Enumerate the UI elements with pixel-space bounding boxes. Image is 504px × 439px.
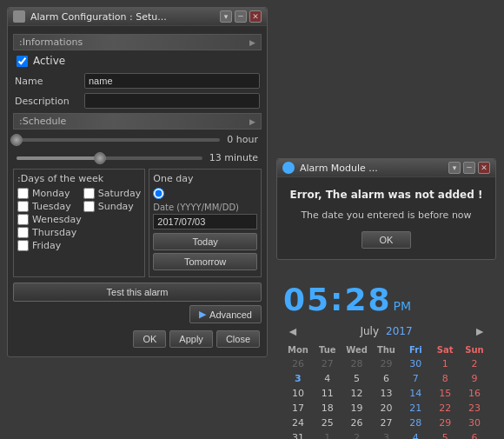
alarm-config-close-btn[interactable]: ✕: [249, 10, 262, 23]
cal-day[interactable]: 20: [372, 401, 401, 416]
sunday-label: Sunday: [98, 201, 134, 212]
cal-day[interactable]: 29: [430, 416, 460, 430]
days-of-week-section: :Days of the week Monday Tuesday: [13, 169, 145, 277]
cal-header-tue: Tue: [313, 343, 342, 356]
cal-day[interactable]: 17: [283, 401, 313, 416]
oneday-radio[interactable]: [153, 188, 164, 199]
calendar-nav: ◄ July 2017 ►: [283, 324, 489, 338]
cal-day[interactable]: 14: [401, 386, 430, 401]
friday-checkbox[interactable]: [17, 240, 29, 251]
alarm-module-close-btn[interactable]: ✕: [478, 162, 490, 174]
cal-day[interactable]: 19: [342, 401, 372, 416]
advanced-arrow-icon: ▶: [199, 309, 206, 320]
cal-day[interactable]: 3: [372, 430, 401, 439]
cal-day[interactable]: 31: [283, 430, 313, 439]
informations-label: :Informations: [19, 37, 83, 48]
monday-label: Monday: [32, 188, 70, 199]
clock-time: 05:28: [283, 282, 392, 317]
cal-day[interactable]: 4: [313, 371, 342, 386]
cal-header-sat: Sat: [430, 343, 460, 356]
cal-day[interactable]: 16: [460, 386, 489, 401]
alarm-config-menu-btn[interactable]: ▾: [220, 10, 232, 23]
cal-prev-btn[interactable]: ◄: [283, 324, 302, 338]
days-columns: Monday Tuesday Wenesday Thursday: [17, 188, 141, 253]
close-button[interactable]: Close: [216, 330, 260, 348]
name-input[interactable]: [84, 73, 260, 89]
friday-label: Friday: [32, 240, 61, 251]
alarm-module-min-btn[interactable]: ─: [463, 162, 475, 174]
cal-day[interactable]: 30: [401, 356, 430, 371]
apply-button[interactable]: Apply: [169, 330, 213, 348]
alarm-config-body: :Informations ▶ Active Name Description …: [8, 26, 267, 356]
cal-day[interactable]: 30: [460, 416, 489, 430]
alarm-module-controls: ▾ ─ ✕: [448, 162, 490, 174]
cal-day[interactable]: 2: [342, 430, 372, 439]
cal-day[interactable]: 23: [460, 401, 489, 416]
today-button[interactable]: Today: [153, 233, 257, 250]
cal-day[interactable]: 29: [372, 356, 401, 371]
cal-day[interactable]: 11: [313, 386, 342, 401]
advanced-button[interactable]: ▶ Advanced: [189, 305, 262, 323]
cal-day[interactable]: 15: [430, 386, 460, 401]
hour-slider-row: 0 hour: [13, 132, 262, 147]
cal-next-btn[interactable]: ►: [470, 324, 489, 338]
tuesday-checkbox[interactable]: [17, 201, 29, 212]
day-row-sunday: Sunday: [83, 201, 142, 212]
cal-header-wed: Wed: [342, 343, 372, 356]
cal-day[interactable]: 13: [372, 386, 401, 401]
test-alarm-button[interactable]: Test this alarm: [13, 283, 262, 302]
cal-day[interactable]: 10: [283, 386, 313, 401]
active-checkbox[interactable]: [17, 56, 28, 67]
cal-day[interactable]: 27: [313, 356, 342, 371]
cal-day[interactable]: 26: [342, 416, 372, 430]
cal-day[interactable]: 22: [430, 401, 460, 416]
alarm-config-controls: ▾ ─ ✕: [220, 10, 262, 23]
cal-day[interactable]: 5: [430, 430, 460, 439]
alarm-module-menu-btn[interactable]: ▾: [448, 162, 461, 174]
ok-button[interactable]: OK: [133, 330, 166, 348]
cal-day[interactable]: 28: [401, 416, 430, 430]
calendar-container: ◄ July 2017 ► Mon Tue Wed Thu Fri Sat Su…: [276, 321, 496, 439]
active-row: Active: [13, 53, 262, 69]
cal-day[interactable]: 27: [372, 416, 401, 430]
cal-day[interactable]: 9: [460, 371, 489, 386]
alarm-config-min-btn[interactable]: ─: [235, 10, 247, 23]
cal-day[interactable]: 6: [460, 430, 489, 439]
cal-day[interactable]: 4: [401, 430, 430, 439]
cal-day[interactable]: 5: [342, 371, 372, 386]
date-input[interactable]: [153, 214, 257, 229]
monday-checkbox[interactable]: [17, 188, 29, 199]
calendar-grid: Mon Tue Wed Thu Fri Sat Sun 26 27 28 29 …: [283, 343, 489, 439]
description-input[interactable]: [84, 93, 260, 109]
cal-day[interactable]: 21: [401, 401, 430, 416]
cal-day[interactable]: 24: [283, 416, 313, 430]
oneday-section: One day Date (YYYY/MM/DD) Today Tomorrow: [149, 169, 262, 277]
tomorrow-button[interactable]: Tomorrow: [153, 253, 257, 270]
saturday-checkbox[interactable]: [83, 188, 95, 199]
alarm-module-window: Alarm Module ... ▾ ─ ✕ Error, The alarm …: [276, 158, 496, 260]
cal-day[interactable]: 12: [342, 386, 372, 401]
minute-slider-thumb[interactable]: [94, 152, 106, 164]
cal-day[interactable]: 18: [313, 401, 342, 416]
cal-day[interactable]: 7: [401, 371, 430, 386]
oneday-radio-row: [153, 188, 257, 199]
error-title: Error, The alarm was not added !: [286, 188, 487, 203]
cal-day[interactable]: 6: [372, 371, 401, 386]
cal-day[interactable]: 1: [430, 356, 460, 371]
minute-slider-fill: [17, 156, 100, 160]
cal-day-today[interactable]: 3: [283, 371, 313, 386]
error-ok-button[interactable]: OK: [361, 231, 412, 249]
cal-day[interactable]: 2: [460, 356, 489, 371]
thursday-checkbox[interactable]: [17, 227, 29, 238]
cal-day[interactable]: 28: [342, 356, 372, 371]
cal-day[interactable]: 26: [283, 356, 313, 371]
bottom-buttons: OK Apply Close: [13, 327, 262, 351]
cal-day[interactable]: 8: [430, 371, 460, 386]
date-placeholder-label: Date (YYYY/MM/DD): [153, 203, 257, 212]
sunday-checkbox[interactable]: [83, 201, 95, 212]
cal-day[interactable]: 1: [313, 430, 342, 439]
cal-day[interactable]: 25: [313, 416, 342, 430]
wenesday-checkbox[interactable]: [17, 214, 29, 225]
cal-month: July: [360, 325, 379, 337]
hour-slider-thumb[interactable]: [10, 134, 23, 146]
